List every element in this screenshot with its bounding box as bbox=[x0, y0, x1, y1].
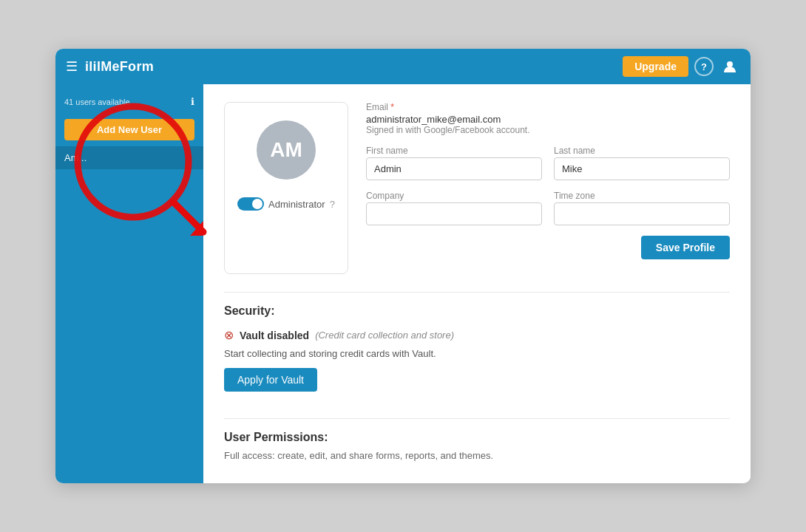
company-input[interactable] bbox=[366, 202, 542, 225]
last-name-input[interactable] bbox=[554, 157, 730, 180]
email-field-group: Email * administrator_mike@email.com Sig… bbox=[366, 102, 730, 135]
company-label: Company bbox=[366, 191, 542, 201]
sidebar-info-icon: ℹ bbox=[191, 96, 194, 107]
main-content: AM Administrator ? Email * administr bbox=[203, 84, 751, 483]
user-permissions-title: User Permissions: bbox=[224, 431, 730, 444]
first-name-label: First name bbox=[366, 146, 542, 156]
sidebar: 41 users available ℹ Add New User Am... bbox=[55, 84, 203, 483]
divider-1 bbox=[224, 292, 730, 293]
required-star: * bbox=[390, 102, 394, 112]
timezone-input[interactable] bbox=[554, 202, 730, 225]
add-new-user-button[interactable]: Add New User bbox=[64, 119, 194, 140]
save-profile-button[interactable]: Save Profile bbox=[641, 236, 730, 259]
upgrade-button[interactable]: Upgrade bbox=[623, 56, 688, 77]
security-section: Security: ⊗ Vault disabled (Credit card … bbox=[224, 304, 730, 406]
vault-description: Start collecting and storing credit card… bbox=[224, 348, 730, 359]
timezone-group: Time zone bbox=[554, 191, 730, 225]
company-timezone-row: Company Time zone bbox=[366, 191, 730, 225]
last-name-group: Last name bbox=[554, 146, 730, 180]
vault-status-row: ⊗ Vault disabled (Credit card collection… bbox=[224, 328, 730, 342]
help-icon[interactable]: ? bbox=[694, 57, 714, 76]
vault-status-sub: (Credit card collection and store) bbox=[315, 330, 454, 341]
name-row: First name Last name bbox=[366, 146, 730, 180]
users-available-text: 41 users available bbox=[64, 98, 130, 106]
email-label: Email * bbox=[366, 102, 730, 112]
company-group: Company bbox=[366, 191, 542, 225]
administrator-label: Administrator bbox=[268, 199, 325, 210]
user-permissions-section: User Permissions: Full access: create, e… bbox=[224, 431, 730, 461]
avatar: AM bbox=[257, 120, 316, 180]
profile-form: Email * administrator_mike@email.com Sig… bbox=[366, 102, 730, 274]
navbar: ☰ ililMeForm Upgrade ? bbox=[55, 49, 751, 84]
hamburger-icon[interactable]: ☰ bbox=[66, 58, 78, 75]
navbar-actions: Upgrade ? bbox=[623, 56, 740, 77]
admin-toggle-row: Administrator ? bbox=[237, 197, 335, 211]
app-logo: ililMeForm bbox=[85, 59, 615, 75]
admin-help-icon[interactable]: ? bbox=[330, 199, 335, 210]
last-name-label: Last name bbox=[554, 146, 730, 156]
first-name-group: First name bbox=[366, 146, 542, 180]
sidebar-user-item[interactable]: Am... bbox=[55, 146, 203, 169]
vault-status-text: Vault disabled bbox=[240, 330, 309, 341]
save-profile-row: Save Profile bbox=[366, 236, 730, 259]
timezone-label: Time zone bbox=[554, 191, 730, 201]
sidebar-top-bar: 41 users available ℹ bbox=[55, 90, 203, 113]
avatar-card: AM Administrator ? bbox=[224, 102, 348, 274]
vault-disabled-icon: ⊗ bbox=[224, 328, 234, 342]
apply-for-vault-button[interactable]: Apply for Vault bbox=[224, 368, 317, 392]
divider-2 bbox=[224, 418, 730, 419]
content-area: 41 users available ℹ Add New User Am... bbox=[55, 84, 751, 483]
first-name-input[interactable] bbox=[366, 157, 542, 180]
email-sub: Signed in with Google/Facebook account. bbox=[366, 125, 730, 135]
svg-point-0 bbox=[727, 61, 733, 67]
security-title: Security: bbox=[224, 304, 730, 318]
email-value: administrator_mike@email.com bbox=[366, 114, 730, 125]
profile-row: AM Administrator ? Email * administr bbox=[224, 102, 730, 274]
user-permissions-desc: Full access: create, edit, and share for… bbox=[224, 450, 730, 461]
user-icon[interactable] bbox=[719, 56, 740, 77]
administrator-toggle[interactable] bbox=[237, 197, 264, 211]
